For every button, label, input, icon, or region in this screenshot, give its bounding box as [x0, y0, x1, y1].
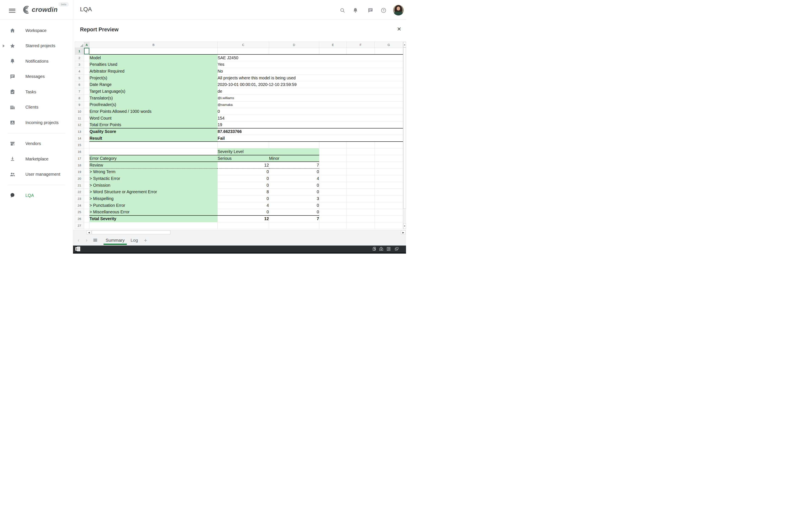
cell-G22[interactable]: [375, 188, 403, 195]
cell-A21[interactable]: [84, 182, 90, 188]
popout-window-icon[interactable]: [394, 247, 399, 251]
cell-A26[interactable]: [84, 215, 90, 222]
cell-F22[interactable]: [347, 188, 375, 195]
cell-B13[interactable]: Quality Score: [90, 128, 218, 135]
vertical-scrollbar-thumb[interactable]: [403, 47, 406, 209]
cell-A25[interactable]: [84, 209, 90, 215]
row-header-3[interactable]: 3: [75, 61, 84, 68]
cell-A24[interactable]: [84, 202, 90, 209]
cell-F21[interactable]: [347, 182, 375, 188]
cell-B22[interactable]: > Word Structure or Agreement Error: [90, 188, 218, 195]
cell-C19[interactable]: 0: [218, 168, 269, 175]
cell-F1[interactable]: [347, 48, 375, 55]
expand-arrow-icon[interactable]: [3, 44, 5, 47]
cell-C22[interactable]: 8: [218, 188, 269, 195]
cell-G25[interactable]: [375, 209, 403, 215]
select-all-corner[interactable]: [75, 42, 84, 48]
cell-E15[interactable]: [319, 141, 347, 149]
row-header-21[interactable]: 21: [75, 182, 84, 188]
cell-D18[interactable]: 7: [269, 162, 319, 168]
row-header-9[interactable]: 9: [75, 101, 84, 108]
cell-C6[interactable]: 2020-10-01 00:00:01, 2020-12-10 23:59:59: [218, 81, 403, 88]
row-header-8[interactable]: 8: [75, 95, 84, 101]
cell-B5[interactable]: Project(s): [90, 75, 218, 81]
row-header-13[interactable]: 13: [75, 128, 84, 135]
cell-B27[interactable]: [90, 222, 218, 229]
cell-B18[interactable]: Review: [90, 162, 218, 168]
add-sheet-button[interactable]: +: [144, 237, 147, 244]
cell-G24[interactable]: [375, 202, 403, 209]
notifications-bell-icon[interactable]: [353, 8, 358, 13]
cell-C12[interactable]: 19: [218, 122, 403, 128]
cell-C13[interactable]: 87.66233766: [218, 128, 403, 135]
col-header-D[interactable]: D: [269, 42, 319, 48]
cell-C9[interactable]: @namaka: [218, 101, 403, 108]
cell-B14[interactable]: Result: [90, 135, 218, 141]
row-header-20[interactable]: 20: [75, 175, 84, 182]
cell-G20[interactable]: [375, 175, 403, 182]
help-icon[interactable]: ?: [381, 8, 386, 13]
cell-G23[interactable]: [375, 195, 403, 202]
cell-E16[interactable]: [319, 149, 347, 155]
cell-C23[interactable]: 0: [218, 195, 269, 202]
cell-B9[interactable]: Proofreader(s): [90, 101, 218, 108]
cell-F23[interactable]: [347, 195, 375, 202]
cell-A27[interactable]: [84, 222, 90, 229]
excel-logo-icon[interactable]: X: [75, 246, 81, 252]
cell-D22[interactable]: 0: [269, 188, 319, 195]
cell-E26[interactable]: [319, 215, 347, 222]
cell-A1[interactable]: [84, 48, 90, 55]
cell-F16[interactable]: [347, 149, 375, 155]
sidebar-item-clients[interactable]: Clients: [0, 100, 73, 115]
cell-D25[interactable]: 0: [269, 209, 319, 215]
cell-C17[interactable]: Serious: [218, 155, 269, 162]
cell-A10[interactable]: [84, 108, 90, 115]
row-header-25[interactable]: 25: [75, 209, 84, 215]
row-header-4[interactable]: 4: [75, 68, 84, 75]
cell-C8[interactable]: @i.williams: [218, 95, 403, 101]
cell-B25[interactable]: > Miscellaneous Error: [90, 209, 218, 215]
cell-D24[interactable]: 0: [269, 202, 319, 209]
cell-A15[interactable]: [84, 141, 90, 149]
cell-E27[interactable]: [319, 222, 347, 229]
cell-A8[interactable]: [84, 95, 90, 101]
horizontal-scrollbar[interactable]: ◀ ▶: [73, 230, 406, 235]
cell-A23[interactable]: [84, 195, 90, 202]
cell-A16[interactable]: [84, 149, 90, 155]
scroll-left-icon[interactable]: ◀: [87, 230, 91, 234]
scroll-right-icon[interactable]: ▶: [401, 230, 405, 234]
cell-G18[interactable]: [375, 162, 403, 168]
cell-C20[interactable]: 0: [218, 175, 269, 182]
cell-D21[interactable]: 0: [269, 182, 319, 188]
cell-A9[interactable]: [84, 101, 90, 108]
row-header-16[interactable]: 16: [75, 149, 84, 155]
cell-F18[interactable]: [347, 162, 375, 168]
cell-D17[interactable]: Minor: [269, 155, 319, 162]
cell-G17[interactable]: [375, 155, 403, 162]
row-header-19[interactable]: 19: [75, 168, 84, 175]
cell-C18[interactable]: 12: [218, 162, 269, 168]
col-header-F[interactable]: F: [347, 42, 375, 48]
cell-C11[interactable]: 154: [218, 115, 403, 122]
cell-D15[interactable]: [269, 141, 319, 149]
crowdin-logo[interactable]: crowdin: [21, 5, 57, 14]
cell-B12[interactable]: Total Error Points: [90, 122, 218, 128]
sidebar-item-messages[interactable]: Messages: [0, 69, 73, 84]
cell-A14[interactable]: [84, 135, 90, 141]
tab-log[interactable]: Log: [128, 235, 141, 246]
cell-G1[interactable]: [375, 48, 403, 55]
row-header-5[interactable]: 5: [75, 75, 84, 81]
cell-G19[interactable]: [375, 168, 403, 175]
sidebar-item-workspace[interactable]: Workspace: [0, 23, 73, 38]
row-header-11[interactable]: 11: [75, 115, 84, 122]
cell-B21[interactable]: > Omission: [90, 182, 218, 188]
cell-B8[interactable]: Translator(s): [90, 95, 218, 101]
accept-changes-icon[interactable]: [379, 247, 384, 251]
cell-A5[interactable]: [84, 75, 90, 81]
cell-B4[interactable]: Arbitrator Required: [90, 68, 218, 75]
cell-F26[interactable]: [347, 215, 375, 222]
cell-E17[interactable]: [319, 155, 347, 162]
cell-F27[interactable]: [347, 222, 375, 229]
cell-C7[interactable]: de: [218, 88, 403, 95]
cell-A22[interactable]: [84, 188, 90, 195]
